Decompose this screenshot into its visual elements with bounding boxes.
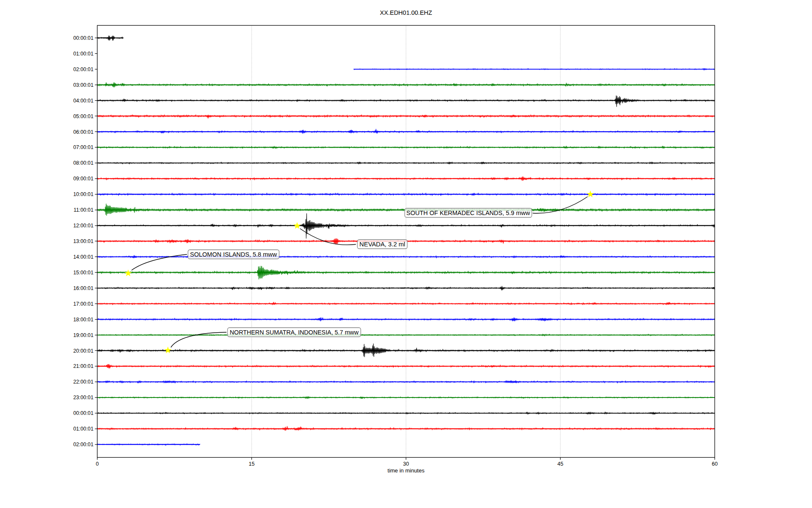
svg-text:18:00:01: 18:00:01 (73, 317, 93, 323)
svg-text:21:00:01: 21:00:01 (73, 363, 93, 369)
svg-text:13:00:01: 13:00:01 (73, 238, 93, 244)
svg-text:00:00:01: 00:00:01 (73, 35, 93, 41)
svg-text:0: 0 (96, 461, 99, 467)
svg-text:SOUTH OF KERMADEC ISLANDS, 5.9: SOUTH OF KERMADEC ISLANDS, 5.9 mww (406, 210, 530, 216)
svg-text:09:00:01: 09:00:01 (73, 176, 93, 182)
svg-text:45: 45 (557, 461, 563, 467)
svg-text:23:00:01: 23:00:01 (73, 395, 93, 400)
svg-text:60: 60 (712, 461, 718, 467)
svg-text:00:00:01: 00:00:01 (73, 410, 93, 416)
svg-text:11:00:01: 11:00:01 (74, 207, 93, 213)
svg-text:XX.EDH01.00.EHZ: XX.EDH01.00.EHZ (380, 9, 432, 16)
svg-text:NEVADA, 3.2 ml: NEVADA, 3.2 ml (359, 241, 405, 248)
svg-text:15: 15 (249, 461, 255, 467)
svg-text:time in minutes: time in minutes (387, 467, 425, 474)
svg-text:30: 30 (403, 461, 409, 467)
svg-text:19:00:01: 19:00:01 (73, 332, 93, 338)
svg-text:16:00:01: 16:00:01 (73, 285, 93, 291)
svg-text:14:00:01: 14:00:01 (73, 254, 93, 260)
svg-text:08:00:01: 08:00:01 (73, 160, 93, 166)
svg-text:02:00:01: 02:00:01 (73, 66, 93, 72)
svg-text:22:00:01: 22:00:01 (73, 379, 93, 385)
svg-text:15:00:01: 15:00:01 (73, 270, 93, 276)
svg-text:10:00:01: 10:00:01 (73, 191, 93, 197)
svg-text:NORTHERN SUMATRA, INDONESIA, 5: NORTHERN SUMATRA, INDONESIA, 5.7 mww (230, 329, 359, 336)
svg-text:20:00:01: 20:00:01 (73, 348, 93, 354)
svg-text:04:00:01: 04:00:01 (73, 98, 93, 104)
svg-text:12:00:01: 12:00:01 (73, 223, 93, 229)
svg-text:07:00:01: 07:00:01 (73, 144, 93, 150)
svg-text:03:00:01: 03:00:01 (73, 82, 93, 88)
svg-text:01:00:01: 01:00:01 (73, 426, 93, 432)
svg-text:05:00:01: 05:00:01 (73, 113, 93, 119)
svg-text:06:00:01: 06:00:01 (73, 129, 93, 135)
svg-text:17:00:01: 17:00:01 (73, 301, 93, 307)
svg-text:SOLOMON ISLANDS, 5.8 mww: SOLOMON ISLANDS, 5.8 mww (190, 251, 277, 258)
svg-text:01:00:01: 01:00:01 (73, 51, 93, 57)
svg-text:02:00:01: 02:00:01 (73, 442, 93, 447)
